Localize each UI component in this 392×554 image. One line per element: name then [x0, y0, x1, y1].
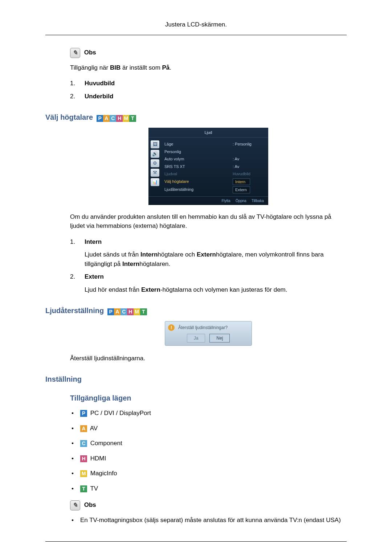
mode-item: H HDMI [80, 454, 347, 463]
warning-icon: ! [168, 324, 175, 331]
sub-tillgangliga-lagen: Tillgängliga lägen [70, 393, 347, 403]
mode-badges: PACHMT [107, 306, 147, 317]
mode-item: T TV [80, 484, 347, 493]
mode-badge-icon: H [116, 115, 123, 122]
dialog-question: Återställ ljudinställningar? [178, 324, 228, 331]
osd-menu-row: Välj högtalareIntern [164, 178, 264, 186]
osd-screenshot: Ljud 🖼 🔊 ⚙ ⚒ 📊 Läge: PersonligPersonligA… [70, 128, 347, 205]
osd-icon: 🔊 [151, 150, 159, 158]
osd-menu-row: Auto volym: Av [164, 155, 264, 163]
mode-badge-icon: A [114, 308, 121, 315]
header-title: Justera LCD-skärmen. [165, 21, 227, 28]
mode-badge-icon: M [80, 470, 87, 477]
valj-paragraph: Om du använder produkten ansluten till e… [70, 212, 347, 231]
mode-item: M MagicInfo [80, 469, 347, 478]
osd-icon: 📊 [151, 178, 159, 186]
mode-item: P PC / DVI / DisplayPort [80, 409, 347, 418]
osd-footer: FlyttaÖppnaTillbaka [148, 196, 268, 205]
obs2-list: En TV-mottagningsbox (säljs separat) mås… [70, 516, 347, 525]
footer-rule [45, 541, 347, 542]
osd-footer-item: Flytta [221, 198, 230, 204]
mode-badge-icon: A [80, 425, 87, 432]
content-body: ✎ Obs Tillgänglig när BIB är inställt so… [45, 48, 347, 525]
list-item: 2.Underbild [70, 92, 347, 101]
modes-list: P PC / DVI / DisplayPortA AVC ComponentH… [70, 409, 347, 493]
note-label: Obs [84, 502, 96, 509]
osd-menu-row: Personlig [164, 148, 264, 156]
note-block-2: ✎ Obs [70, 500, 347, 510]
section-valj-hogtalare: Välj högtalare PACHMT [45, 112, 347, 123]
obs2-bullet: En TV-mottagningsbox (säljs separat) mås… [80, 516, 347, 525]
osd-footer-item: Öppna [236, 198, 246, 204]
mode-badge-icon: T [129, 115, 136, 122]
obs1-text: Tillgänglig när BIB är inställt som På. [70, 63, 347, 73]
list-item: 1.Huvudbild [70, 79, 347, 88]
mode-badge-icon: T [140, 308, 147, 315]
note-label: Obs [84, 49, 96, 56]
valj-list: 1.InternLjudet sänds ut från Internhögta… [70, 237, 347, 295]
mode-badge-icon: H [127, 308, 134, 315]
page-header: Justera LCD-skärmen. [45, 20, 347, 35]
mode-badge-icon: P [80, 410, 87, 417]
osd-menu: Läge: PersonligPersonligAuto volym: AvSR… [164, 140, 264, 194]
osd-menu-row: LjudåterställningExtern [164, 186, 264, 194]
dialog-no-button: Nej [209, 334, 230, 342]
mode-badge-icon: C [80, 440, 87, 447]
mode-badge-icon: A [103, 115, 110, 122]
mode-badge-icon: P [97, 115, 103, 122]
mode-item: C Component [80, 439, 347, 448]
reset-dialog: ! Återställ ljudinställningar? Ja Nej [165, 321, 252, 346]
list-item: 2.ExternLjud hör endast från Extern-högt… [70, 272, 347, 294]
osd-menu-row: LjudvalHuvudbild [164, 170, 264, 178]
reset-paragraph: Återställ ljudinställningarna. [70, 354, 347, 363]
note-icon: ✎ [70, 48, 80, 58]
osd-menu-row: SRS TS XT: Av [164, 163, 264, 171]
mode-badge-icon: M [123, 115, 130, 122]
mode-badge-icon: T [80, 485, 87, 492]
obs1-list: 1.Huvudbild2.Underbild [70, 79, 347, 101]
osd-icon: ⚙ [151, 159, 159, 167]
mode-item: A AV [80, 424, 347, 433]
mode-badge-icon: P [107, 308, 114, 315]
mode-badge-icon: M [134, 308, 140, 315]
mode-badge-icon: C [110, 115, 117, 122]
osd-title: Ljud [148, 128, 268, 138]
section-installning: Inställning [45, 374, 347, 385]
osd-side-icons: 🖼 🔊 ⚙ ⚒ 📊 [151, 140, 159, 194]
osd-panel: Ljud 🖼 🔊 ⚙ ⚒ 📊 Läge: PersonligPersonligA… [148, 128, 268, 205]
note-block-1: ✎ Obs [70, 48, 347, 58]
section-ljud-reset: Ljudåterställning PACHMT [45, 305, 347, 317]
mode-badge-icon: H [80, 455, 87, 462]
osd-menu-row: Läge: Personlig [164, 140, 264, 148]
osd-icon: ⚒ [151, 169, 159, 177]
dialog-yes-button: Ja [187, 334, 205, 342]
osd-icon: 🖼 [151, 140, 159, 148]
mode-badges: PACHMT [97, 112, 136, 123]
osd-footer-item: Tillbaka [252, 198, 264, 204]
mode-badge-icon: C [121, 308, 127, 315]
note-icon: ✎ [70, 500, 80, 510]
page: Justera LCD-skärmen. ✎ Obs Tillgänglig n… [0, 0, 392, 554]
dialog-screenshot: ! Återställ ljudinställningar? Ja Nej [70, 321, 347, 346]
list-item: 1.InternLjudet sänds ut från Internhögta… [70, 237, 347, 269]
